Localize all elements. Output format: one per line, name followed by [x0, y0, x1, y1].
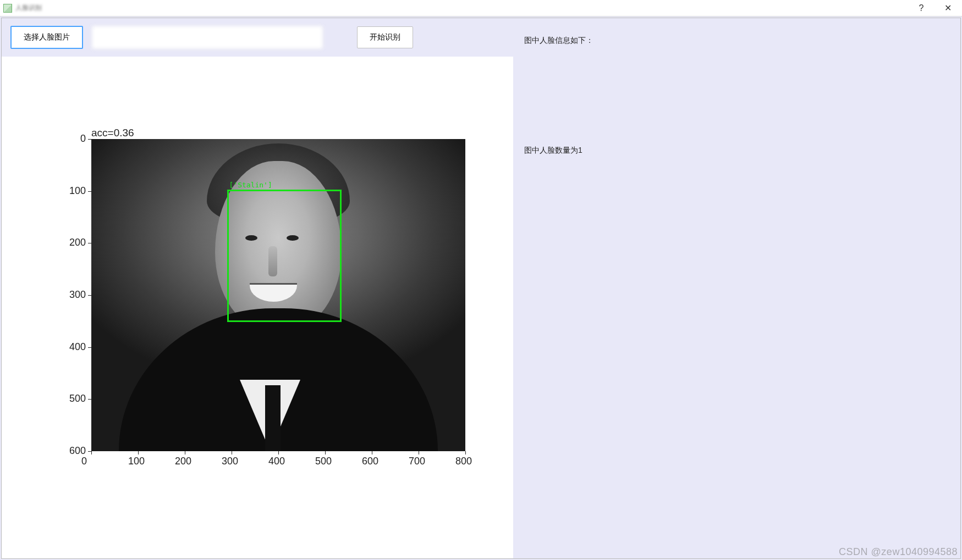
image-path-field[interactable]: [92, 26, 323, 49]
y-tick-label: 500: [53, 393, 86, 404]
window-title: 人脸识别: [15, 3, 42, 13]
x-tick-label: 700: [409, 456, 425, 467]
close-icon[interactable]: ✕: [942, 3, 953, 14]
x-tick-label: 400: [268, 456, 285, 467]
x-tick-label: 800: [455, 456, 472, 467]
face-box-label: ['Stalin']: [229, 181, 272, 189]
left-pane: 选择人脸图片 开始识别 acc=0.36 0100200300400500600…: [2, 18, 513, 558]
help-icon[interactable]: ?: [916, 3, 927, 14]
select-image-button[interactable]: 选择人脸图片: [10, 26, 83, 49]
y-tick-label: 0: [53, 133, 86, 145]
titlebar: 人脸识别 ? ✕: [0, 0, 962, 16]
y-tick-label: 100: [53, 185, 86, 197]
axes-area: ['Stalin']: [91, 139, 465, 451]
x-tick-label: 300: [222, 456, 238, 467]
face-count-text: 图中人脸数量为1: [524, 146, 949, 156]
y-tick-label: 600: [53, 445, 86, 457]
y-tick-label: 200: [53, 237, 86, 248]
plot-canvas: acc=0.36 0100200300400500600 01002003004…: [2, 57, 513, 558]
x-tick-label: 0: [81, 456, 87, 467]
plot-title: acc=0.36: [91, 127, 134, 139]
app-icon: [3, 4, 12, 13]
main-window: 选择人脸图片 开始识别 acc=0.36 0100200300400500600…: [1, 18, 961, 559]
y-tick-label: 400: [53, 341, 86, 353]
face-bounding-box: [227, 190, 342, 322]
right-pane: 图中人脸信息如下： 图中人脸数量为1: [513, 18, 960, 558]
toolbar: 选择人脸图片 开始识别: [2, 18, 513, 57]
x-tick-label: 100: [128, 456, 145, 467]
y-tick-label: 300: [53, 289, 86, 301]
x-tick-label: 600: [362, 456, 378, 467]
x-tick-label: 200: [175, 456, 191, 467]
x-tick-label: 500: [315, 456, 332, 467]
recognize-button[interactable]: 开始识别: [357, 26, 413, 48]
watermark: CSDN @zew1040994588: [839, 546, 958, 558]
face-info-header: 图中人脸信息如下：: [524, 36, 949, 146]
